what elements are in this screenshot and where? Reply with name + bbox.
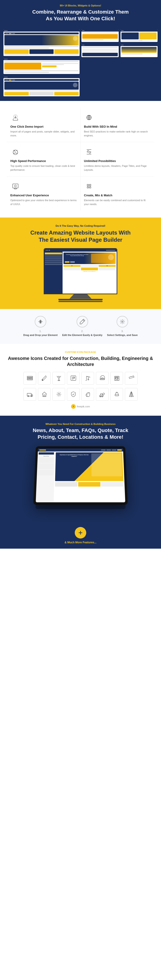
steps-section: 1. Drag and Drop your Element 2. Edit th…: [0, 309, 161, 344]
step-2-label: Edit the Element Easily & Quickly: [62, 333, 103, 337]
icons-top-label: Custom Icon Package: [5, 351, 156, 353]
step-3-number: 3.: [121, 330, 123, 332]
svg-rect-20: [115, 378, 116, 379]
icon-hardhat2: [110, 388, 123, 401]
screenshot-3: [3, 76, 80, 96]
features-grid: One Click Demo Import Import all of page…: [7, 108, 154, 211]
feature-seo: Build With SEO In Mind Best SEO practice…: [80, 108, 154, 142]
icon-excavator: [96, 388, 109, 401]
svg-rect-13: [58, 380, 60, 381]
feature-demo-import: One Click Demo Import Import all of page…: [7, 108, 80, 142]
tablet-screen: Recent Posts: [36, 449, 125, 502]
screenshot-7: [120, 44, 158, 57]
monitor-screen: Committed To Delivering High Quality Con…: [44, 248, 117, 294]
svg-rect-21: [118, 378, 118, 379]
svg-rect-8: [27, 378, 30, 379]
screenshot-4: [81, 29, 119, 42]
settings-icon: [120, 319, 125, 325]
news-section: Whatever You Need For Construction & Bui…: [0, 416, 161, 522]
header-headline: Combine, Rearrange & Customize Them As Y…: [5, 9, 156, 22]
feature-speed-title: High Speed Performance: [10, 159, 46, 163]
icon-wrench: [38, 372, 51, 385]
feature-demo-import-desc: Import all of pages and posts, sample sl…: [10, 130, 77, 137]
svg-rect-7: [27, 376, 33, 377]
mix-icon: [84, 181, 94, 191]
ux-icon: [10, 181, 21, 191]
feature-ux: Enhanced User Experience Optimized to gi…: [7, 177, 80, 211]
svg-rect-3: [13, 184, 18, 188]
icon-house: [38, 388, 51, 401]
icon-tower: [125, 388, 137, 401]
feature-mix: Create, Mix & Match Elements can be easi…: [80, 177, 154, 211]
step-1-label: Drag and Drop your Element: [23, 333, 57, 337]
tablet-mockup: Recent Posts: [33, 446, 128, 509]
icon-tools: [52, 372, 65, 385]
feature-mix-title: Create, Mix & Match: [84, 194, 112, 197]
icon-gear: [52, 388, 65, 401]
feature-demo-import-title: One Click Demo Import: [10, 125, 43, 128]
step-1-number: 1.: [39, 330, 41, 332]
step-1: 1. Drag and Drop your Element: [23, 316, 57, 337]
speed-icon: [10, 147, 21, 157]
screenshot-grid: [0, 27, 161, 101]
feature-unlimited-desc: Limitless demo layouts, Headers, Page Ti…: [84, 164, 151, 172]
svg-rect-27: [99, 395, 103, 396]
tablet-frame: Recent Posts: [33, 446, 128, 504]
more-label: & Much More Features...: [5, 541, 156, 544]
screenshot-2: [3, 58, 80, 74]
feature-ux-title: Enhanced User Experience: [10, 194, 49, 197]
freepik-logo: f: [71, 404, 76, 409]
feature-mix-desc: Elements can be easily combined and cust…: [84, 198, 151, 206]
svg-point-4: [14, 185, 16, 187]
freepik-credit: f freepik.com: [5, 404, 156, 409]
icon-truck: [24, 388, 36, 401]
screenshots-left: [3, 29, 80, 96]
cta-section: Do It The Easy Way, No Coding Required! …: [0, 218, 161, 309]
step-2: 2. Edit the Element Easily & Quickly: [62, 316, 103, 337]
header-top-label: 90+ UI Blocks, Widgets & Options!: [5, 4, 156, 7]
more-section: & Much More Features...: [0, 522, 161, 549]
cta-top-label: Do It The Easy Way, No Coding Required!: [5, 224, 156, 227]
monitor-mockup: Committed To Delivering High Quality Con…: [44, 248, 117, 302]
svg-rect-10: [27, 379, 33, 380]
unlimited-icon: [84, 147, 94, 157]
seo-icon: [84, 113, 94, 123]
import-icon: [10, 113, 21, 123]
features-section: One Click Demo Import Import all of page…: [0, 101, 161, 218]
icons-grid-row2: [5, 388, 156, 401]
edit-icon: [80, 319, 85, 325]
news-bottom-space: [5, 509, 156, 522]
icon-crane: [81, 372, 94, 385]
step-3-label: Select Settings, and Save: [107, 333, 137, 337]
svg-rect-25: [44, 395, 45, 396]
icon-ruler: [125, 372, 137, 385]
icon-wall: [24, 372, 36, 385]
feature-speed-desc: Top quality code to ensure fast loading,…: [10, 164, 77, 172]
news-headline: News, About, Team, FAQs, Quote, Track Pr…: [5, 427, 156, 440]
svg-rect-17: [115, 377, 116, 378]
icon-building: [110, 372, 123, 385]
screenshot-6: [81, 44, 119, 57]
svg-rect-18: [116, 377, 117, 378]
feature-seo-desc: Best SEO practices to make website rank …: [84, 130, 151, 137]
step-2-icon-circle: [77, 316, 88, 328]
step-3: 3. Select Settings, and Save: [107, 316, 137, 337]
svg-rect-19: [118, 377, 118, 378]
svg-point-6: [122, 321, 123, 322]
feature-unlimited: Unlimited Possibilities Limitless demo l…: [80, 142, 154, 177]
icons-headline: Awesome Icons Created for Construction, …: [5, 355, 156, 367]
more-circle-icon: [75, 527, 86, 538]
header-section: 90+ UI Blocks, Widgets & Options! Combin…: [0, 0, 161, 27]
feature-ux-desc: Optimized to give your visitors the best…: [10, 198, 77, 206]
feature-speed: High Speed Performance Top quality code …: [7, 142, 80, 177]
step-1-icon-circle: [35, 316, 46, 328]
icon-blueprint: [67, 372, 80, 385]
plus-icon: [78, 530, 83, 536]
feature-unlimited-title: Unlimited Possibilities: [84, 159, 116, 163]
svg-point-26: [58, 393, 60, 395]
screenshots-right: [81, 29, 158, 96]
screenshot-1: [3, 29, 80, 56]
icon-glove: [81, 388, 94, 401]
feature-seo-title: Build With SEO In Mind: [84, 125, 117, 128]
screenshot-5: [120, 29, 158, 42]
